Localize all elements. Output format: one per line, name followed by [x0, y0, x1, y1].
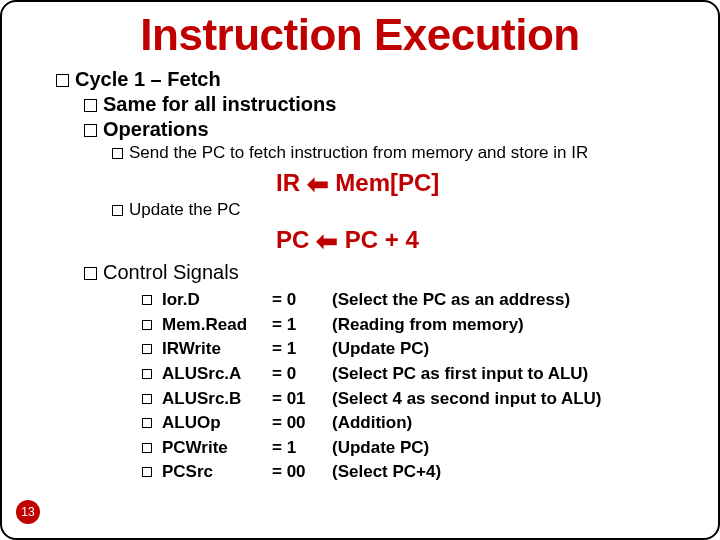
square-bullet-icon: [142, 394, 152, 404]
formula-lhs: IR: [276, 169, 300, 196]
level2-text: Control Signals: [103, 261, 239, 283]
level3-bullet: Send the PC to fetch instruction from me…: [56, 143, 688, 163]
square-bullet-icon: [84, 99, 97, 112]
signal-row: Ior.D= 0(Select the PC as an address): [142, 288, 688, 313]
signal-row: IRWrite= 1(Update PC): [142, 337, 688, 362]
level2-text: Same for all instructions: [103, 93, 336, 115]
signal-desc: (Select 4 as second input to ALU): [332, 387, 602, 412]
signal-row: ALUOp= 00(Addition): [142, 411, 688, 436]
signal-value: = 0: [272, 362, 332, 387]
level1-bullet: Cycle 1 – Fetch: [56, 68, 688, 91]
signal-value: = 00: [272, 411, 332, 436]
signal-row: PCWrite= 1(Update PC): [142, 436, 688, 461]
square-bullet-icon: [56, 74, 69, 87]
signal-desc: (Select PC+4): [332, 460, 441, 485]
level3-bullet: Update the PC: [56, 200, 688, 220]
page-number-badge: 13: [16, 500, 40, 524]
square-bullet-icon: [112, 205, 123, 216]
signal-row: PCSrc= 00(Select PC+4): [142, 460, 688, 485]
level2-bullet: Operations: [56, 118, 688, 141]
signal-desc: (Update PC): [332, 337, 429, 362]
level2-bullet: Control Signals: [56, 261, 688, 284]
signal-value: = 1: [272, 337, 332, 362]
left-arrow-icon: ⬅: [307, 169, 329, 199]
formula-rhs: PC + 4: [345, 226, 419, 253]
slide-title: Instruction Execution: [32, 10, 688, 60]
signal-row: ALUSrc.A= 0(Select PC as first input to …: [142, 362, 688, 387]
square-bullet-icon: [142, 344, 152, 354]
signal-row: ALUSrc.B= 01(Select 4 as second input to…: [142, 387, 688, 412]
signal-name: PCWrite: [162, 436, 272, 461]
level3-text: Update the PC: [129, 200, 241, 219]
signals-list: Ior.D= 0(Select the PC as an address) Me…: [56, 288, 688, 485]
signal-desc: (Addition): [332, 411, 412, 436]
square-bullet-icon: [84, 267, 97, 280]
square-bullet-icon: [142, 467, 152, 477]
signal-name: ALUSrc.A: [162, 362, 272, 387]
square-bullet-icon: [142, 443, 152, 453]
signal-name: ALUSrc.B: [162, 387, 272, 412]
left-arrow-icon: ⬅: [316, 226, 338, 256]
square-bullet-icon: [112, 148, 123, 159]
signal-desc: (Update PC): [332, 436, 429, 461]
formula-pc: PC ⬅ PC + 4: [56, 224, 688, 255]
signal-name: IRWrite: [162, 337, 272, 362]
level2-text: Operations: [103, 118, 209, 140]
slide-frame: Instruction Execution Cycle 1 – Fetch Sa…: [0, 0, 720, 540]
signal-value: = 1: [272, 313, 332, 338]
signal-value: = 1: [272, 436, 332, 461]
signal-desc: (Select PC as first input to ALU): [332, 362, 588, 387]
signal-value: = 01: [272, 387, 332, 412]
level3-text: Send the PC to fetch instruction from me…: [129, 143, 588, 162]
square-bullet-icon: [142, 418, 152, 428]
signal-desc: (Reading from memory): [332, 313, 524, 338]
signal-name: ALUOp: [162, 411, 272, 436]
signal-name: Mem.Read: [162, 313, 272, 338]
square-bullet-icon: [142, 320, 152, 330]
level1-text: Cycle 1 – Fetch: [75, 68, 221, 90]
square-bullet-icon: [84, 124, 97, 137]
square-bullet-icon: [142, 369, 152, 379]
formula-lhs: PC: [276, 226, 309, 253]
level2-bullet: Same for all instructions: [56, 93, 688, 116]
square-bullet-icon: [142, 295, 152, 305]
signal-name: PCSrc: [162, 460, 272, 485]
signal-row: Mem.Read= 1(Reading from memory): [142, 313, 688, 338]
slide-content: Cycle 1 – Fetch Same for all instruction…: [32, 68, 688, 485]
signal-name: Ior.D: [162, 288, 272, 313]
formula-rhs: Mem[PC]: [335, 169, 439, 196]
signal-value: = 0: [272, 288, 332, 313]
signal-desc: (Select the PC as an address): [332, 288, 570, 313]
formula-ir: IR ⬅ Mem[PC]: [56, 167, 688, 198]
signal-value: = 00: [272, 460, 332, 485]
